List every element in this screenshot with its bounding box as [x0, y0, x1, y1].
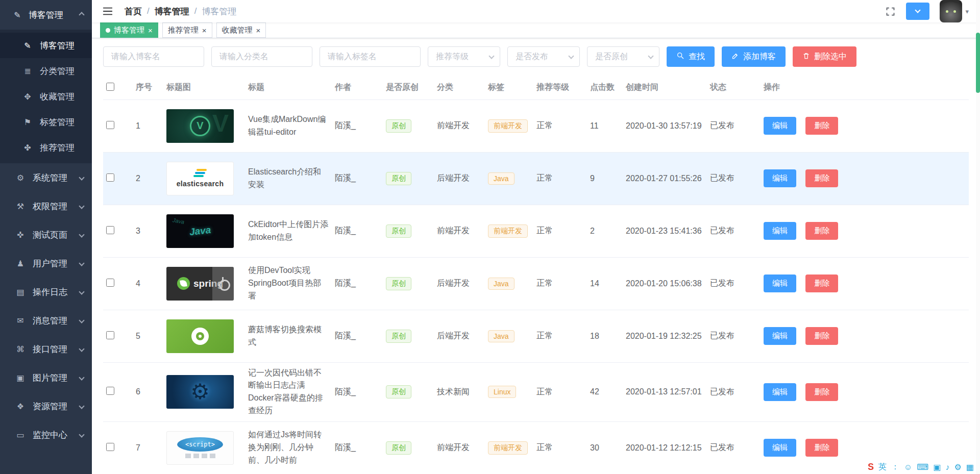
delete-button[interactable]: 删除 [805, 439, 838, 457]
publish-state-select[interactable]: 是否发布 [507, 46, 580, 67]
table-row: 3 JavaJava CkEidtor中上传图片添加token信息 陌溪_ 原创… [103, 205, 969, 257]
edit-button[interactable]: 编辑 [764, 117, 796, 135]
tag-badge: Java [488, 330, 514, 342]
ime-icon-5[interactable]: ▣ [933, 462, 941, 472]
blog-name-input[interactable] [103, 46, 204, 67]
search-button[interactable]: 查找 [667, 46, 715, 67]
ime-icon-2[interactable]: ： [891, 462, 899, 472]
sidebar-item-blog-parent[interactable]: ✎ 博客管理 [0, 0, 92, 30]
recommend-level: 正常 [533, 205, 587, 257]
chevron-down-icon [79, 346, 84, 352]
sidebar-group-3[interactable]: ♟ 用户管理 [0, 249, 92, 278]
ime-icon-3[interactable]: ☺ [904, 463, 912, 472]
resource-icon: ❖ [15, 402, 26, 411]
blog-thumbnail: <script> [166, 431, 234, 465]
edit-button[interactable]: 编辑 [764, 275, 796, 292]
blog-title[interactable]: CkEidtor中上传图片添加token信息 [245, 205, 332, 257]
scrollbar-thumb[interactable] [976, 33, 980, 93]
close-icon[interactable]: × [202, 27, 207, 34]
sidebar-item-2[interactable]: ✥ 收藏管理 [0, 84, 92, 109]
row-checkbox[interactable] [106, 279, 114, 287]
breadcrumb-item[interactable]: 博客管理 [155, 6, 189, 17]
chevron-down-icon [79, 375, 84, 380]
sidebar-group-5[interactable]: ✉ 消息管理 [0, 306, 92, 335]
tab-2[interactable]: 收藏管理 × [216, 22, 266, 38]
tab-1[interactable]: 推荐管理 × [162, 22, 212, 38]
ime-icon-0[interactable]: S [868, 462, 874, 472]
original-state-select[interactable]: 是否原创 [587, 46, 659, 67]
tag-name-input[interactable] [320, 46, 421, 67]
blog-category: 前端开发 [434, 99, 485, 152]
created-time: 2020-01-20 15:06:38 [623, 257, 707, 310]
avatar [940, 0, 962, 22]
blog-title[interactable]: 使用DevTool实现SpringBoot项目热部署 [245, 257, 332, 310]
ime-icon-7[interactable]: ⚙ [954, 462, 962, 472]
recommend-level-select[interactable]: 推荐等级 [428, 46, 500, 67]
fullscreen-icon[interactable] [885, 6, 896, 17]
blog-title[interactable]: 蘑菇博客切换搜索模式 [245, 310, 332, 362]
ime-icon-6[interactable]: ♪ [946, 463, 950, 472]
tab-0[interactable]: 博客管理 × [100, 22, 158, 38]
ime-icon-8[interactable]: ▦ [966, 462, 974, 472]
category-name-input[interactable] [211, 46, 312, 67]
table-row: 1 V V Vue集成MarkDown编辑器tui-editor 陌溪_ 原创 … [103, 99, 969, 152]
ime-icon-1[interactable]: 英 [878, 462, 887, 472]
user-menu[interactable]: ▾ [940, 0, 969, 22]
recommend-level: 正常 [533, 421, 587, 474]
edit-button[interactable]: 编辑 [764, 383, 796, 401]
table-row: 6 ⚙ 记一次因代码出错不断输出日志占满Docker容器硬盘的排查经历 陌溪_ … [103, 362, 969, 421]
sidebar-group-8[interactable]: ❖ 资源管理 [0, 392, 92, 420]
chevron-down-icon [79, 174, 84, 180]
row-checkbox[interactable] [106, 226, 114, 234]
close-icon[interactable]: × [256, 27, 261, 34]
delete-button[interactable]: 删除 [805, 169, 838, 187]
ime-icon-4[interactable]: ⌨ [917, 462, 928, 472]
sidebar-group-2[interactable]: ✜ 测试页面 [0, 220, 92, 249]
dropdown-button[interactable] [906, 3, 929, 20]
row-checkbox[interactable] [106, 331, 114, 339]
breadcrumb-item[interactable]: 首页 [125, 6, 142, 17]
table-row: 2 elasticsearch Elasticsearch介绍和安装 陌溪_ 原… [103, 152, 969, 205]
sidebar-item-0[interactable]: ✎ 博客管理 [0, 33, 92, 58]
delete-button[interactable]: 删除 [805, 117, 838, 135]
edit-button[interactable]: 编辑 [764, 222, 796, 240]
select-all-checkbox[interactable] [106, 83, 114, 91]
edit-button[interactable]: 编辑 [764, 327, 796, 345]
blog-category: 后端开发 [434, 257, 485, 310]
sidebar-item-4[interactable]: ✤ 推荐管理 [0, 135, 92, 160]
power-icon [212, 267, 234, 301]
sidebar-item-1[interactable]: ≣ 分类管理 [0, 58, 92, 84]
edit-button[interactable]: 编辑 [764, 439, 796, 457]
delete-selected-label: 删除选中 [814, 52, 847, 62]
delete-button[interactable]: 删除 [805, 327, 838, 345]
delete-button[interactable]: 删除 [805, 383, 838, 401]
sidebar-group-7[interactable]: ▣ 图片管理 [0, 363, 92, 392]
row-index: 5 [133, 310, 163, 362]
sidebar-item-label: 推荐管理 [40, 142, 75, 154]
hamburger-button[interactable] [99, 4, 116, 19]
blog-thumbnail: spring [166, 267, 234, 301]
blog-title[interactable]: Vue集成MarkDown编辑器tui-editor [245, 99, 332, 152]
blog-title[interactable]: 记一次因代码出错不断输出日志占满Docker容器硬盘的排查经历 [245, 362, 332, 421]
blog-title[interactable]: 如何通过Js将时间转换为刚刚、几分钟前、几小时前 [245, 421, 332, 474]
sidebar-group-1[interactable]: ⚒ 权限管理 [0, 192, 92, 220]
delete-selected-button[interactable]: 删除选中 [793, 46, 856, 67]
row-checkbox[interactable] [106, 121, 114, 129]
delete-button[interactable]: 删除 [805, 275, 838, 292]
status-text: 已发布 [707, 421, 761, 474]
sidebar-group-6[interactable]: ⌘ 接口管理 [0, 335, 92, 363]
delete-button[interactable]: 删除 [805, 222, 838, 240]
sidebar-group-4[interactable]: ▤ 操作日志 [0, 278, 92, 306]
sidebar-group-0[interactable]: ⚙ 系统管理 [0, 163, 92, 192]
row-checkbox[interactable] [106, 387, 114, 395]
edit-button[interactable]: 编辑 [764, 169, 796, 187]
sidebar-item-3[interactable]: ⚑ 标签管理 [0, 109, 92, 135]
blog-title[interactable]: Elasticsearch介绍和安装 [245, 152, 332, 205]
row-checkbox[interactable] [106, 173, 114, 182]
blog-author: 陌溪_ [332, 257, 383, 310]
close-icon[interactable]: × [148, 27, 153, 34]
add-blog-button[interactable]: 添加博客 [722, 46, 786, 67]
row-checkbox[interactable] [106, 443, 114, 451]
scrollbar[interactable] [976, 0, 980, 474]
sidebar-group-9[interactable]: ▭ 监控中心 [0, 420, 92, 449]
